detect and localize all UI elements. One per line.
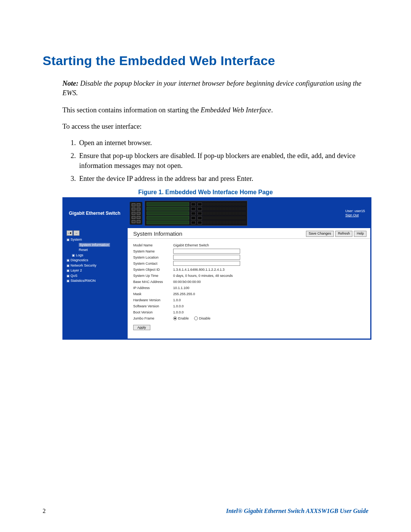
tree-node-logs[interactable]: Logs <box>72 253 124 258</box>
intro-italic: Embedded Web Interface <box>201 106 271 114</box>
input-system-name[interactable] <box>173 249 240 254</box>
help-button[interactable]: Help <box>354 231 366 237</box>
tree-node-diagnostics[interactable]: Diagnostics <box>67 258 124 263</box>
ews-brand: Gigabit Ethernet Switch <box>69 211 126 216</box>
value-mask: 255.255.255.0 <box>173 292 195 296</box>
label-uptime: System Up Time <box>133 274 173 278</box>
input-system-location[interactable] <box>173 255 240 260</box>
tree-node-system[interactable]: System <box>67 237 124 243</box>
value-ip: 10.1.1.100 <box>173 286 190 290</box>
label-mac: Base MAC Address <box>133 280 173 284</box>
page-footer: 2 Intel® Gigabit Ethernet Switch AXXSW1G… <box>43 508 368 514</box>
label-sys-obj: System Object ID <box>133 268 173 272</box>
step-item: Ensure that pop-up blockers are disabled… <box>78 151 368 171</box>
user-block: User: user15 Sign Out <box>345 209 365 218</box>
tree-node-layer2[interactable]: Layer 2 <box>67 268 124 273</box>
tree-node-qos[interactable]: QoS <box>67 273 124 279</box>
value-boot: 1.0.0.0 <box>173 310 184 314</box>
nav-tree: –∎ – System System Information Reset Log… <box>64 228 127 339</box>
label-ip: IP Address <box>133 286 173 290</box>
ews-screenshot: Gigabit Ethernet Switch U <box>62 197 371 340</box>
value-mac: 00:00:b0:00:00:00 <box>173 280 201 284</box>
apply-button[interactable]: Apply <box>133 325 150 330</box>
radio-dot-icon <box>194 316 198 320</box>
sign-out-link[interactable]: Sign Out <box>345 213 358 217</box>
value-model-name: Gigabit Ethernet Switch <box>173 243 209 247</box>
label-system-name: System Name <box>133 249 173 253</box>
note-label: Note: <box>62 80 78 87</box>
label-boot: Boot Version <box>133 310 173 314</box>
refresh-button[interactable]: Refresh <box>335 231 353 237</box>
access-line: To access the user interface: <box>62 122 368 131</box>
user-line: User: user15 <box>345 209 365 214</box>
page-title: Starting the Embedded Web Interface <box>43 53 368 68</box>
note-text-content: Disable the popup blocker in your intern… <box>62 80 362 97</box>
label-hw: Hardware Version <box>133 298 173 302</box>
note-block: Note: Disable the popup blocker in your … <box>62 79 368 98</box>
collapse-icon[interactable]: –∎ <box>67 230 73 236</box>
label-system-contact: System Contact <box>133 262 173 265</box>
ews-header: Gigabit Ethernet Switch U <box>64 198 370 228</box>
radio-dot-icon <box>173 316 177 320</box>
label-sw: Software Version <box>133 304 173 308</box>
content-titlebar: System Information Save Changes Refresh … <box>128 228 370 239</box>
intro-pre: This section contains information on sta… <box>62 106 201 114</box>
guide-title: Intel® Gigabit Ethernet Switch AXXSW1GB … <box>226 508 368 514</box>
value-uptime: 0 days, 0 hours, 0 minutes, 48 seconds <box>173 274 233 278</box>
input-system-contact[interactable] <box>173 261 240 266</box>
radio-enable[interactable]: Enable <box>173 316 189 320</box>
step-item: Open an internet browser. <box>78 138 368 148</box>
label-jumbo: Jumbo Frame <box>133 316 173 320</box>
figure-caption: Figure 1. Embedded Web Interface Home Pa… <box>43 189 368 196</box>
radio-disable-label: Disable <box>199 316 210 320</box>
tree-node-network-security[interactable]: Network Security <box>67 263 124 268</box>
radio-enable-label: Enable <box>178 316 189 320</box>
tree-leaf-system-information[interactable]: System Information <box>79 243 110 247</box>
nav-toolbar: –∎ – <box>67 230 124 236</box>
expand-icon[interactable]: – <box>73 230 80 236</box>
tree-node-statistics[interactable]: Statistics/RMON <box>67 278 124 284</box>
info-grid: Model NameGigabit Ethernet Switch System… <box>128 239 370 334</box>
label-model-name: Model Name <box>133 243 173 247</box>
step-item: Enter the device IP address in the addre… <box>78 174 368 184</box>
value-sys-obj: 1.3.6.1.4.1.6486.800.1.1.2.2.4.1.3 <box>173 268 225 272</box>
save-changes-button[interactable]: Save Changes <box>306 231 334 237</box>
panel-title: System Information <box>133 230 182 237</box>
page-number: 2 <box>43 508 46 514</box>
value-sw: 1.0.0.0 <box>173 304 184 308</box>
steps-list: Open an internet browser. Ensure that po… <box>78 138 368 184</box>
chassis-icon <box>145 201 247 226</box>
tree-leaf-reset[interactable]: Reset <box>72 248 124 253</box>
intro-post: . <box>271 106 273 114</box>
value-hw: 1.0.0 <box>173 298 181 302</box>
label-mask: Mask <box>133 292 173 296</box>
port-stack-icon <box>130 202 142 225</box>
intro-paragraph: This section contains information on sta… <box>62 105 368 115</box>
content-panel: System Information Save Changes Refresh … <box>127 228 370 339</box>
radio-disable[interactable]: Disable <box>194 316 210 320</box>
label-system-location: System Location <box>133 256 173 259</box>
device-graphic <box>130 201 247 226</box>
